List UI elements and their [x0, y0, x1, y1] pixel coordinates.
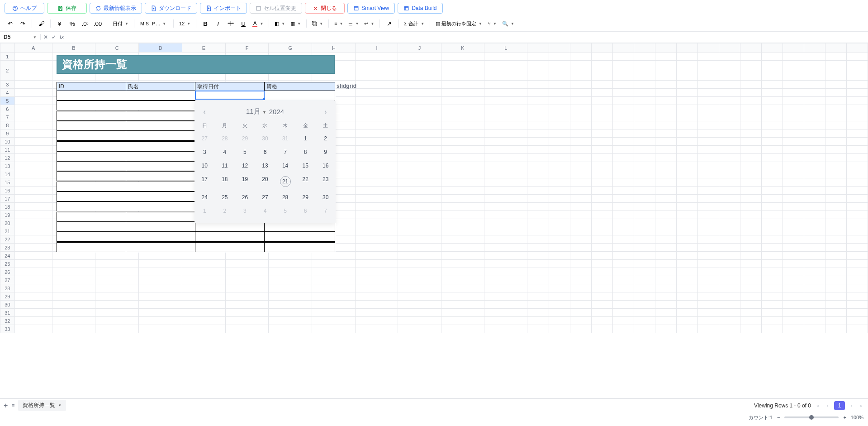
cell[interactable]: [804, 162, 825, 170]
cell[interactable]: [634, 325, 655, 333]
cell[interactable]: [676, 227, 697, 235]
table-cell[interactable]: [126, 161, 195, 171]
cell[interactable]: [634, 113, 655, 121]
table-cell[interactable]: [57, 91, 126, 101]
cell[interactable]: [804, 154, 825, 162]
cell[interactable]: [527, 105, 549, 113]
cell[interactable]: [634, 146, 655, 154]
help-button[interactable]: ヘルプ: [5, 3, 44, 14]
cell[interactable]: [14, 178, 52, 187]
cell[interactable]: [356, 170, 398, 178]
cell[interactable]: [783, 301, 804, 309]
cell[interactable]: [312, 252, 356, 260]
cell[interactable]: [676, 252, 697, 260]
day-1[interactable]: 1: [194, 204, 215, 218]
cell[interactable]: [14, 146, 52, 154]
rotate-button[interactable]: ↗: [384, 18, 394, 29]
cell[interactable]: [719, 61, 740, 81]
col-header-I[interactable]: I: [356, 43, 398, 53]
day-10[interactable]: 10: [194, 159, 215, 172]
cell[interactable]: [676, 129, 697, 138]
cell[interactable]: [570, 244, 591, 252]
cell[interactable]: [225, 284, 268, 292]
cell[interactable]: [441, 292, 484, 301]
fillcolor-button[interactable]: ◧▼: [273, 21, 287, 27]
cell[interactable]: [398, 325, 441, 333]
cell[interactable]: [14, 219, 52, 227]
cell[interactable]: [846, 268, 868, 276]
cell[interactable]: [527, 244, 549, 252]
cell[interactable]: [783, 138, 804, 146]
cell[interactable]: [740, 227, 761, 235]
cell[interactable]: [527, 309, 549, 317]
cell[interactable]: [783, 260, 804, 268]
refresh-button[interactable]: 最新情報表示: [90, 3, 142, 14]
cell[interactable]: [740, 81, 761, 89]
cell[interactable]: [570, 53, 591, 61]
cell[interactable]: [527, 61, 549, 81]
cell[interactable]: [825, 235, 846, 244]
cell[interactable]: [527, 97, 549, 105]
cell[interactable]: [398, 89, 441, 97]
cell[interactable]: [14, 309, 52, 317]
cell[interactable]: [655, 170, 676, 178]
cell[interactable]: [655, 260, 676, 268]
cell[interactable]: [825, 121, 846, 129]
cell[interactable]: [634, 276, 655, 284]
cell[interactable]: [484, 170, 527, 178]
cell[interactable]: [825, 89, 846, 97]
fx-icon[interactable]: fx: [60, 34, 64, 40]
day-29[interactable]: 29: [235, 132, 255, 145]
cell[interactable]: [655, 244, 676, 252]
cell[interactable]: [312, 260, 356, 268]
cell[interactable]: [527, 203, 549, 211]
cell[interactable]: [441, 227, 484, 235]
cell[interactable]: [825, 227, 846, 235]
day-14[interactable]: 14: [275, 159, 295, 172]
cell[interactable]: [825, 244, 846, 252]
cell[interactable]: [740, 244, 761, 252]
cell[interactable]: [846, 178, 868, 187]
cell[interactable]: [846, 252, 868, 260]
cell[interactable]: [783, 317, 804, 325]
cell[interactable]: [527, 53, 549, 61]
cell[interactable]: [591, 276, 612, 284]
cell[interactable]: [697, 284, 719, 292]
cell[interactable]: [527, 325, 549, 333]
day-20[interactable]: 20: [255, 172, 275, 191]
day-24[interactable]: 24: [194, 191, 215, 204]
cell[interactable]: [676, 138, 697, 146]
cell[interactable]: [570, 309, 591, 317]
cell[interactable]: [846, 187, 868, 195]
cell[interactable]: [570, 129, 591, 138]
day-7[interactable]: 7: [275, 145, 295, 159]
fontcolor-button[interactable]: A▼: [251, 20, 265, 27]
cell[interactable]: [356, 146, 398, 154]
cell[interactable]: [612, 325, 634, 333]
autosum-button[interactable]: Σ 合計▼: [402, 20, 426, 27]
cell[interactable]: [825, 129, 846, 138]
cell[interactable]: [269, 325, 312, 333]
cell[interactable]: [655, 268, 676, 276]
format-painter-button[interactable]: 🖌: [36, 18, 47, 29]
cell[interactable]: [761, 146, 783, 154]
cell[interactable]: [312, 292, 356, 301]
day-13[interactable]: 13: [255, 159, 275, 172]
cell[interactable]: [655, 138, 676, 146]
cell[interactable]: [612, 105, 634, 113]
cell[interactable]: [398, 211, 441, 219]
cell[interactable]: [697, 244, 719, 252]
cell[interactable]: [356, 235, 398, 244]
cell[interactable]: [441, 203, 484, 211]
cell[interactable]: [634, 260, 655, 268]
cell[interactable]: [591, 211, 612, 219]
cell[interactable]: [14, 235, 52, 244]
cell[interactable]: [719, 154, 740, 162]
cell[interactable]: [719, 162, 740, 170]
cell[interactable]: [846, 244, 868, 252]
cell[interactable]: [570, 105, 591, 113]
table-cell[interactable]: [126, 232, 195, 242]
day-3[interactable]: 3: [194, 145, 215, 159]
cell[interactable]: [676, 260, 697, 268]
cell[interactable]: [697, 252, 719, 260]
